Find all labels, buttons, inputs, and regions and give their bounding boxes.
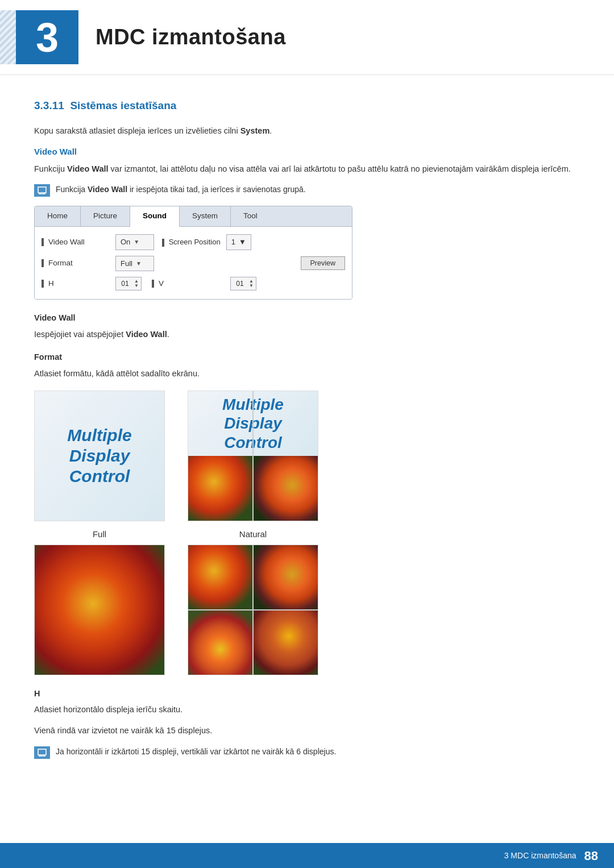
tab-home[interactable]: Home — [35, 206, 81, 226]
format-desc-text: Atlasiet formātu, kādā attēlot sadalīto … — [34, 367, 580, 380]
screen-position-select[interactable]: 1 ▼ — [226, 234, 251, 250]
videowall-select[interactable]: On ▼ — [115, 234, 154, 250]
photo-full — [34, 545, 165, 675]
natural-top-row: Multiple Display Control Multiple Displa… — [188, 391, 318, 456]
chapter-number: 3 — [36, 7, 59, 68]
format-images: Multiple Display Control Full Multiple D… — [34, 391, 580, 541]
screen-position-label: Screen Position — [162, 236, 221, 248]
h-spinner-value: 01 — [118, 279, 132, 289]
h-heading: H — [34, 688, 580, 700]
format-select-arrow: ▼ — [136, 259, 142, 268]
footer-page-number: 88 — [584, 846, 598, 865]
bar-indicator-1 — [42, 238, 44, 246]
chapter-number-box: 3 — [16, 10, 78, 64]
tab-system[interactable]: System — [180, 206, 231, 226]
format-img-natural: Multiple Display Control Multiple Displa… — [188, 391, 318, 521]
h-text1: Atlasiet horizontālo displeja ierīču ska… — [34, 703, 580, 716]
format-subheading: Format — [34, 351, 580, 364]
panel-body: Video Wall On ▼ Screen Position 1 ▼ — [35, 227, 352, 299]
menu-bar: Home Picture Sound System Tool — [35, 206, 352, 227]
mdc-text-full: Multiple Display Control — [35, 391, 164, 521]
format-select[interactable]: Full ▼ — [115, 256, 154, 272]
format-select-value: Full — [121, 258, 132, 269]
v-spinner-value: 01 — [233, 279, 247, 289]
h-note-icon — [34, 746, 50, 759]
bar-indicator-4 — [152, 280, 154, 288]
flower-img-1 — [188, 545, 252, 609]
natural-cell-tl: Multiple Display Control — [188, 391, 252, 456]
tab-sound[interactable]: Sound — [130, 206, 180, 227]
videowall-select-value: On — [121, 236, 130, 248]
h-spinner-down: ▼ — [134, 284, 139, 288]
video-wall-heading: Video Wall — [34, 146, 580, 159]
h-label: H — [48, 278, 54, 289]
v-spinner-down: ▼ — [249, 284, 254, 288]
photo-item-full — [34, 545, 165, 675]
flower-img-3 — [188, 610, 252, 675]
preview-button[interactable]: Preview — [301, 256, 345, 270]
mdc-line2: Display — [69, 446, 130, 466]
header-diagonal — [0, 10, 16, 64]
format-label-full: Full — [93, 528, 106, 541]
page-footer: 3 MDC izmantošana 88 — [0, 843, 614, 868]
photo-grid — [188, 545, 318, 675]
videowall-select-arrow: ▼ — [134, 238, 139, 246]
photo-cell-2 — [254, 545, 318, 609]
intro-text: Kopu sarakstā atlasiet displeja ierīces … — [34, 124, 580, 138]
h-spinner[interactable]: 01 ▲ ▼ — [115, 277, 142, 290]
bar-indicator-2 — [42, 259, 44, 267]
natural-photo-br — [254, 456, 318, 521]
tab-tool[interactable]: Tool — [231, 206, 270, 226]
page-header: 3 MDC izmantošana — [0, 0, 614, 75]
ui-panel: Home Picture Sound System Tool Video Wal… — [34, 206, 352, 300]
panel-label-format: Format — [42, 258, 115, 269]
mdc-line1: Multiple — [67, 425, 131, 446]
natural-bottom-row — [188, 456, 318, 521]
chapter-title: MDC izmantošana — [96, 21, 286, 53]
photo-natural — [188, 545, 318, 675]
panel-row-format: Format Full ▼ Preview — [42, 253, 345, 275]
v-spinner-arrows: ▲ ▼ — [249, 279, 254, 288]
mdc-line3: Control — [69, 466, 130, 487]
footer-text: 3 MDC izmantošana — [504, 850, 576, 862]
flower-img-2 — [254, 545, 318, 609]
section-number: 3.3.11 — [34, 99, 64, 111]
bar-indicator-3 — [42, 280, 44, 288]
photo-cell-1 — [188, 545, 252, 609]
video-wall-desc-text: Iespējojiet vai atspējojiet Video Wall. — [34, 328, 580, 341]
screen-position-text: Screen Position — [169, 238, 221, 246]
natural-photo-bl — [188, 456, 252, 521]
h-note-box: Ja horizontāli ir izkārtoti 15 displeji,… — [34, 746, 580, 759]
note-icon — [34, 184, 50, 197]
videowall-label: Video Wall — [48, 236, 85, 248]
natural-cell-tr: Multiple Display Control — [254, 391, 318, 456]
format-label-natural: Natural — [239, 528, 267, 541]
screen-position-arrow: ▼ — [239, 236, 246, 248]
panel-row-videowall: Video Wall On ▼ Screen Position 1 ▼ — [42, 231, 345, 253]
panel-label-videowall: Video Wall — [42, 236, 115, 248]
panel-label-h: H — [42, 278, 115, 289]
h-text2: Vienā rindā var izvietot ne vairāk kā 15… — [34, 724, 580, 737]
video-wall-description: Funkciju Video Wall var izmantot, lai at… — [34, 163, 580, 176]
h-spinner-arrows: ▲ ▼ — [134, 279, 139, 288]
flower-img-4 — [254, 610, 318, 675]
section-title: Sistēmas iestatīšana — [70, 99, 176, 111]
svg-rect-4 — [38, 749, 46, 755]
video-wall-subheading: Video Wall — [34, 312, 580, 325]
panel-row-hv: H 01 ▲ ▼ V 01 ▲ ▼ — [42, 274, 345, 293]
format-item-natural: Multiple Display Control Multiple Displa… — [188, 391, 318, 541]
h-note-text: Ja horizontāli ir izkārtoti 15 displeji,… — [56, 746, 336, 758]
flower-full-img — [35, 545, 164, 675]
photo-cell-3 — [188, 610, 252, 675]
section-heading: 3.3.11 Sistēmas iestatīšana — [34, 98, 580, 114]
panel-label-v: V — [152, 278, 226, 289]
v-label: V — [159, 278, 164, 289]
photo-cell-4 — [254, 610, 318, 675]
format-img-full: Multiple Display Control — [34, 391, 165, 521]
v-spinner[interactable]: 01 ▲ ▼ — [230, 277, 256, 290]
format-label: Format — [48, 258, 73, 269]
tab-picture[interactable]: Picture — [81, 206, 130, 226]
photo-item-natural — [188, 545, 318, 675]
format-item-full: Multiple Display Control Full — [34, 391, 165, 541]
note-text: Funkcija Video Wall ir iespējota tikai t… — [56, 184, 306, 196]
